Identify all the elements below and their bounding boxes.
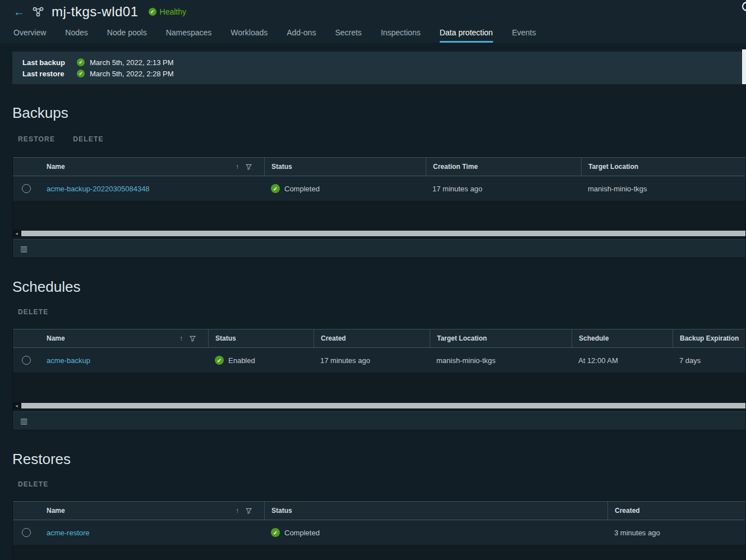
tab-secrets[interactable]: Secrets bbox=[335, 22, 361, 43]
page-title: mj-tkgs-wld01 bbox=[52, 4, 139, 20]
column-header-name[interactable]: Name ↑ bbox=[40, 329, 208, 347]
tab-data-protection[interactable]: Data protection bbox=[440, 22, 493, 43]
select-all-column bbox=[13, 502, 40, 520]
tab-inspections[interactable]: Inspections bbox=[381, 22, 421, 43]
tab-workloads[interactable]: Workloads bbox=[231, 22, 268, 43]
select-all-column bbox=[13, 329, 40, 347]
row-radio[interactable] bbox=[22, 184, 31, 193]
tab-overview[interactable]: Overview bbox=[13, 22, 46, 43]
column-header-backup-expiration[interactable]: Backup Expiration bbox=[673, 329, 745, 347]
tab-nodes[interactable]: Nodes bbox=[65, 22, 88, 43]
restore-name-link[interactable]: acme-restore bbox=[47, 529, 90, 537]
status-text: Completed bbox=[284, 529, 320, 537]
last-restore-success-icon: ✓ bbox=[77, 70, 85, 77]
backup-expiration-cell: 7 days bbox=[673, 356, 745, 365]
column-header-label: Name bbox=[47, 507, 65, 515]
column-header-label: Name bbox=[47, 334, 65, 342]
delete-button[interactable]: DELETE bbox=[17, 306, 50, 318]
scroll-left-icon[interactable]: ◂ bbox=[13, 402, 20, 409]
column-header-target-location[interactable]: Target Location bbox=[430, 329, 572, 347]
column-header-status[interactable]: Status bbox=[264, 502, 607, 520]
scrollbar-thumb[interactable] bbox=[21, 231, 745, 236]
schedules-actions: DELETE bbox=[17, 306, 746, 318]
created-cell: 17 minutes ago bbox=[314, 356, 430, 365]
empty-grid-area bbox=[13, 373, 745, 402]
backups-actions: RESTORE DELETE bbox=[17, 133, 746, 145]
filter-icon[interactable] bbox=[190, 336, 196, 342]
sort-filter-controls: ↑ bbox=[179, 334, 208, 342]
column-header-created[interactable]: Created bbox=[607, 502, 745, 520]
sort-ascending-icon[interactable]: ↑ bbox=[236, 507, 239, 515]
schedule-name-link[interactable]: acme-backup bbox=[47, 356, 90, 365]
empty-grid-area bbox=[13, 545, 745, 560]
last-restore-row: Last restore ✓ March 5th, 2022, 2:28 PM bbox=[22, 68, 736, 79]
row-radio[interactable] bbox=[22, 356, 31, 365]
column-header-name[interactable]: Name ↑ bbox=[40, 502, 264, 520]
page-header: ← mj-tkgs-wld01 ✓ Healthy bbox=[0, 1, 746, 22]
healthy-check-icon: ✓ bbox=[149, 8, 156, 16]
last-backup-value: March 5th, 2022, 2:13 PM bbox=[90, 58, 174, 67]
tab-events[interactable]: Events bbox=[512, 22, 536, 43]
tab-bar: Overview Nodes Node pools Namespaces Wor… bbox=[0, 22, 746, 43]
tab-namespaces[interactable]: Namespaces bbox=[166, 22, 212, 43]
scrollbar-thumb[interactable] bbox=[21, 403, 745, 408]
restores-table-header: Name ↑ Status Created bbox=[13, 501, 745, 520]
back-button[interactable]: ← bbox=[13, 6, 25, 17]
schedules-section-title: Schedules bbox=[12, 278, 746, 296]
restores-table: Name ↑ Status Created acme-restore ✓ Com… bbox=[12, 501, 746, 560]
backups-section-title: Backups bbox=[12, 104, 746, 122]
horizontal-scrollbar[interactable]: ◂ bbox=[13, 402, 745, 409]
last-restore-value: March 5th, 2022, 2:28 PM bbox=[90, 70, 174, 78]
filter-icon[interactable] bbox=[246, 164, 252, 170]
sort-filter-controls: ↑ bbox=[236, 163, 264, 171]
column-header-label: Name bbox=[47, 163, 65, 171]
backup-summary-banner: Last backup ✓ March 5th, 2022, 2:13 PM L… bbox=[12, 52, 746, 84]
scroll-left-icon[interactable]: ◂ bbox=[13, 230, 20, 237]
column-header-name[interactable]: Name ↑ bbox=[40, 158, 264, 176]
creation-time-cell: 17 minutes ago bbox=[426, 185, 581, 193]
health-status-label: Healthy bbox=[160, 7, 186, 16]
status-success-icon: ✓ bbox=[271, 184, 280, 193]
last-backup-success-icon: ✓ bbox=[77, 58, 85, 66]
target-location-cell: manish-minio-tkgs bbox=[430, 356, 572, 365]
backups-table-header: Name ↑ Status Creation Time Target Locat… bbox=[13, 157, 745, 176]
column-header-status[interactable]: Status bbox=[264, 158, 426, 176]
restore-button[interactable]: RESTORE bbox=[17, 133, 56, 145]
last-backup-row: Last backup ✓ March 5th, 2022, 2:13 PM bbox=[22, 57, 736, 68]
column-header-status[interactable]: Status bbox=[208, 329, 314, 347]
created-cell: 3 minutes ago bbox=[607, 529, 745, 537]
row-radio[interactable] bbox=[22, 528, 31, 537]
table-row: acme-backup ✓ Enabled 17 minutes ago man… bbox=[13, 348, 745, 373]
status-text: Enabled bbox=[228, 356, 255, 365]
filter-icon[interactable] bbox=[246, 508, 252, 514]
sort-ascending-icon[interactable]: ↑ bbox=[236, 163, 239, 171]
target-location-cell: manish-minio-tkgs bbox=[581, 185, 745, 193]
schedule-cell: At 12:00 AM bbox=[572, 356, 673, 365]
schedules-table-footer: ▥ bbox=[13, 411, 745, 430]
status-success-icon: ✓ bbox=[215, 356, 224, 365]
column-picker-icon[interactable]: ▥ bbox=[20, 417, 27, 425]
vertical-scrollbar-thumb[interactable] bbox=[742, 49, 746, 84]
health-badge: ✓ Healthy bbox=[149, 7, 186, 16]
restores-actions: DELETE bbox=[17, 478, 746, 490]
sort-ascending-icon[interactable]: ↑ bbox=[179, 334, 183, 342]
delete-button[interactable]: DELETE bbox=[72, 133, 105, 145]
cluster-icon bbox=[31, 5, 45, 19]
tab-add-ons[interactable]: Add-ons bbox=[287, 22, 316, 43]
tab-node-pools[interactable]: Node pools bbox=[107, 22, 147, 43]
restores-section-title: Restores bbox=[12, 451, 746, 468]
horizontal-scrollbar[interactable]: ◂ bbox=[13, 230, 745, 237]
column-header-created[interactable]: Created bbox=[314, 329, 430, 347]
backups-table-footer: ▥ bbox=[13, 239, 745, 258]
column-picker-icon[interactable]: ▥ bbox=[20, 245, 27, 253]
sort-filter-controls: ↑ bbox=[236, 507, 264, 515]
table-row: acme-restore ✓ Completed 3 minutes ago bbox=[13, 520, 745, 545]
backup-name-link[interactable]: acme-backup-20220305084348 bbox=[47, 185, 150, 193]
backups-table: Name ↑ Status Creation Time Target Locat… bbox=[12, 157, 746, 258]
delete-button[interactable]: DELETE bbox=[17, 478, 50, 490]
column-header-target-location[interactable]: Target Location bbox=[581, 158, 745, 176]
last-backup-label: Last backup bbox=[22, 58, 72, 67]
column-header-creation-time[interactable]: Creation Time bbox=[426, 158, 581, 176]
status-text: Completed bbox=[284, 185, 320, 193]
column-header-schedule[interactable]: Schedule bbox=[572, 329, 673, 347]
